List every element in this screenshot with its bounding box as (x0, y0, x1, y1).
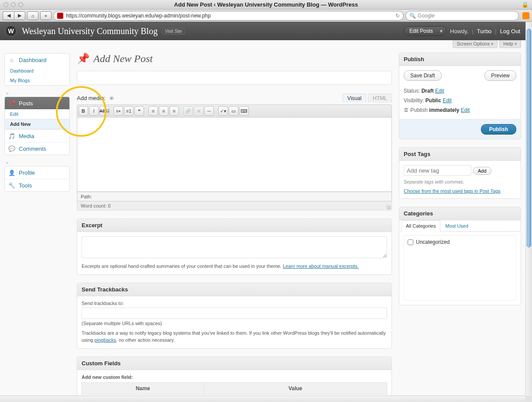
schedule-row: 🗓 Publish immediately Edit (404, 105, 516, 115)
menu-tools[interactable]: 🔧 Tools (5, 179, 69, 191)
search-icon: 🔍 (409, 13, 416, 19)
forward-button[interactable]: ▶ (14, 11, 25, 20)
numbered-list-button[interactable]: ≡1 (124, 106, 134, 116)
trackbacks-description: Trackbacks are a way to notify legacy bl… (82, 329, 387, 344)
search-placeholder: Google (418, 13, 435, 19)
site-title[interactable]: Wesleyan University Community Blog (22, 26, 158, 36)
screen-options-tab[interactable]: Screen Options (453, 40, 498, 48)
horizontal-scrollbar[interactable] (0, 395, 525, 402)
menu-comments[interactable]: 💬 Comments (5, 142, 69, 155)
submenu-edit-posts[interactable]: Edit (5, 109, 69, 119)
scrollbar-thumb[interactable] (527, 29, 531, 247)
most-used-tab[interactable]: Most Used (440, 220, 473, 232)
trackbacks-label: Send trackbacks to: (82, 301, 387, 306)
publish-heading[interactable]: Publish (399, 53, 521, 66)
visit-site-button[interactable]: Visit Site (162, 28, 185, 35)
menu-media[interactable]: 🎵 Media (5, 129, 69, 142)
blockquote-button[interactable]: ❝ (134, 106, 144, 116)
post-tags-heading[interactable]: Post Tags (399, 148, 521, 161)
preview-button[interactable]: Preview (484, 70, 516, 81)
close-window-button[interactable] (3, 2, 8, 7)
pushpin-heading-icon: 📌 (77, 52, 90, 65)
collapse-menu-icon[interactable]: « (4, 90, 70, 97)
howdy-text: Howdy, (450, 28, 468, 35)
media-icon: 🎵 (8, 132, 15, 139)
add-media-button[interactable]: ✳ (109, 95, 114, 102)
strikethrough-button[interactable]: ABC (100, 106, 109, 116)
trackbacks-input[interactable] (82, 308, 387, 319)
favorites-dropdown[interactable]: Edit Posts (404, 26, 446, 36)
align-left-button[interactable]: ≡ (148, 106, 158, 116)
tag-input[interactable] (404, 165, 471, 176)
choose-tags-link[interactable]: Choose from the most used tags in Post T… (404, 188, 501, 194)
pushpin-icon: 📌 (8, 100, 15, 107)
category-checkbox[interactable] (408, 239, 413, 245)
link-button[interactable]: 🔗 (183, 106, 193, 116)
back-button[interactable]: ◀ (3, 11, 14, 20)
edit-status-link[interactable]: Edit (435, 88, 444, 94)
url-text: https://community.blogs.wesleyan.edu/wp-… (66, 13, 211, 19)
page-title: 📌 Add New Post (77, 52, 392, 65)
pingbacks-link[interactable]: pingbacks (94, 337, 116, 343)
help-tab[interactable]: Help (499, 40, 521, 48)
reload-icon[interactable]: ↻ (395, 13, 400, 19)
italic-button[interactable]: I (89, 106, 99, 116)
bullet-list-button[interactable]: ≡• (113, 106, 123, 116)
custom-fields-box: Custom Fields Add new custom field: Name… (77, 357, 392, 396)
align-right-button[interactable]: ≡ (169, 106, 179, 116)
excerpt-textarea[interactable] (82, 236, 387, 258)
excerpt-heading[interactable]: Excerpt (77, 219, 391, 232)
categories-heading[interactable]: Categories (399, 207, 521, 220)
submenu-dashboard[interactable]: Dashboard (5, 66, 69, 76)
add-tag-button[interactable]: Add (473, 167, 491, 175)
vertical-scrollbar[interactable] (525, 22, 532, 395)
home-button[interactable]: ⌂ (27, 11, 38, 20)
logout-link[interactable]: Log Out (500, 28, 520, 35)
bold-button[interactable]: B (79, 106, 88, 116)
rss-icon[interactable] (522, 12, 529, 19)
align-center-button[interactable]: ≡ (159, 106, 168, 116)
trackbacks-heading[interactable]: Send Trackbacks (77, 283, 391, 296)
menu-dashboard[interactable]: ⌂ Dashboard (5, 54, 69, 66)
custom-fields-heading[interactable]: Custom Fields (77, 357, 391, 370)
excerpt-box: Excerpt Excerpts are optional hand-craft… (77, 218, 392, 275)
wordpress-logo-icon[interactable]: W (5, 25, 17, 37)
browser-search[interactable]: 🔍 Google (405, 11, 519, 21)
submenu-add-new[interactable]: Add New (5, 119, 69, 129)
submenu-my-blogs[interactable]: My Blogs (5, 76, 69, 85)
zoom-window-button[interactable] (18, 2, 23, 7)
add-bookmark-button[interactable]: + (40, 11, 51, 20)
visual-tab[interactable]: Visual (343, 94, 366, 103)
trackbacks-hint: (Separate multiple URLs with spaces) (82, 321, 387, 326)
categories-box: Categories All Categories Most Used (399, 207, 521, 305)
post-title-input[interactable] (77, 71, 392, 85)
profile-icon: 👤 (8, 169, 15, 176)
menu-posts[interactable]: 📌 Posts (5, 97, 69, 109)
spellcheck-button[interactable]: ✓▾ (218, 106, 228, 116)
favicon-icon (57, 13, 63, 19)
editor-path: Path: (77, 192, 392, 201)
all-categories-tab[interactable]: All Categories (401, 220, 440, 232)
content-editor[interactable] (77, 118, 392, 192)
publish-button[interactable]: Publish (481, 124, 516, 135)
excerpt-description: Excerpts are optional hand-crafted summa… (82, 263, 387, 270)
minimize-window-button[interactable] (11, 2, 16, 7)
calendar-icon: 🗓 (404, 107, 409, 113)
more-tag-button[interactable]: ─ (204, 106, 214, 116)
resize-handle[interactable] (386, 205, 391, 209)
edit-visibility-link[interactable]: Edit (443, 97, 452, 104)
fullscreen-button[interactable]: ▭ (229, 106, 238, 116)
edit-schedule-link[interactable]: Edit (461, 107, 470, 113)
address-bar[interactable]: https://community.blogs.wesleyan.edu/wp-… (53, 11, 404, 21)
html-tab[interactable]: HTML (368, 94, 392, 103)
save-draft-button[interactable]: Save Draft (404, 70, 442, 81)
publish-box: Publish Save Draft Preview Status: Draft… (399, 52, 521, 139)
editor-toolbar: B I ABC ≡• ≡1 ❝ ≡ ≡ ≡ (77, 104, 392, 118)
collapse-menu-icon-2[interactable]: « (4, 159, 70, 166)
category-item[interactable]: Uncategorized (408, 239, 512, 245)
excerpt-learn-more-link[interactable]: Learn more about manual excerpts. (283, 263, 359, 269)
kitchen-sink-button[interactable]: ⌨ (239, 106, 249, 116)
turbo-link[interactable]: Turbo (477, 28, 491, 35)
menu-profile[interactable]: 👤 Profile (5, 166, 69, 179)
unlink-button[interactable]: ⤫ (194, 106, 203, 116)
